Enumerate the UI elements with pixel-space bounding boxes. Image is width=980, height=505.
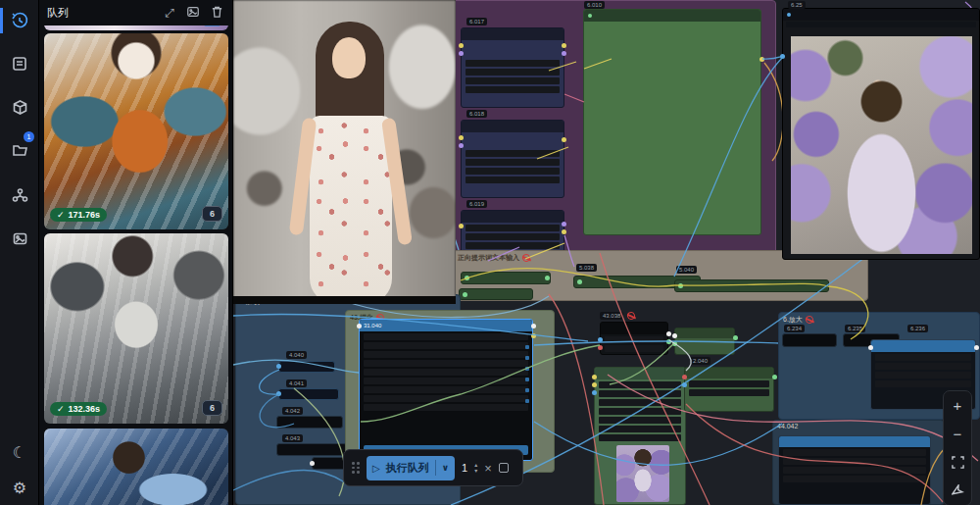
pill-node[interactable]	[278, 361, 335, 373]
queue-item-2[interactable]: ✓ 171.76s 6	[44, 33, 228, 229]
queue-item-3[interactable]: ✓ 132.36s 6	[44, 233, 228, 424]
clear-queue-button[interactable]: ×	[484, 461, 492, 476]
group-title: 6.放大	[783, 315, 803, 325]
settings-button[interactable]: ⚙	[0, 471, 39, 504]
group-title: 正向提示词文本输入	[458, 253, 519, 263]
port[interactable]	[459, 51, 464, 56]
cube-icon	[12, 99, 28, 116]
port[interactable]	[531, 333, 536, 338]
port[interactable]	[682, 375, 687, 379]
execute-toolbar: ▷ 执行队列 ∨ 1 ▴ ▾ ×	[343, 449, 523, 486]
port[interactable]	[310, 461, 315, 466]
pill-node[interactable]	[278, 388, 339, 400]
fit-view-button[interactable]	[943, 448, 972, 477]
port[interactable]	[772, 375, 777, 379]
port[interactable]	[577, 279, 582, 284]
port[interactable]	[545, 276, 550, 280]
select-mode-button[interactable]	[943, 477, 972, 505]
pill-node[interactable]	[276, 443, 347, 456]
port[interactable]	[459, 224, 464, 228]
batch-stepper[interactable]: ▴ ▾	[474, 462, 477, 474]
stop-button[interactable]	[499, 463, 509, 473]
port[interactable]	[666, 331, 671, 336]
node-encode-1[interactable]	[461, 27, 564, 108]
pill-node[interactable]	[782, 333, 837, 347]
pill-node[interactable]	[276, 416, 343, 429]
sidebar-item-folder[interactable]: 1	[0, 133, 39, 167]
port[interactable]	[357, 324, 362, 328]
node-preview-small[interactable]	[594, 367, 686, 505]
bypass-icon	[626, 311, 636, 321]
check-icon: ✓	[57, 404, 65, 414]
port[interactable]	[459, 143, 464, 148]
pill-node[interactable]	[461, 272, 551, 284]
port[interactable]	[733, 335, 738, 340]
figure-face	[332, 37, 366, 78]
node-tag: 6.019	[466, 200, 487, 208]
plus-icon: +	[954, 397, 962, 414]
node-selected[interactable]: 31.040	[359, 319, 533, 461]
pill-node[interactable]	[674, 279, 829, 292]
run-queue-button[interactable]: ▷ 执行队列 ∨	[367, 456, 455, 480]
folder-badge: 1	[24, 131, 34, 142]
theme-toggle[interactable]: ☾	[0, 435, 39, 469]
node-image-preview[interactable]	[782, 8, 980, 260]
port[interactable]	[598, 345, 603, 350]
port[interactable]	[592, 375, 597, 379]
node-green-2[interactable]	[684, 367, 774, 412]
thumbnail-image[interactable]	[616, 445, 669, 502]
gallery-toggle-icon[interactable]	[185, 5, 201, 22]
node-tag: 6.010	[584, 1, 605, 9]
port[interactable]	[459, 43, 464, 48]
port[interactable]	[562, 222, 566, 227]
node-green-small[interactable]	[674, 328, 735, 355]
port[interactable]	[760, 57, 764, 62]
sidebar-item-models[interactable]	[0, 90, 39, 124]
node-tag: 6.017	[466, 18, 487, 25]
port[interactable]	[598, 337, 603, 342]
zoom-out-button[interactable]: −	[943, 420, 972, 448]
preview-image-wisteria[interactable]	[791, 36, 972, 254]
pill-node[interactable]	[459, 288, 533, 300]
sidebar-item-workflows[interactable]	[0, 47, 39, 80]
port[interactable]	[592, 390, 597, 395]
port[interactable]	[666, 339, 671, 344]
port[interactable]	[682, 382, 687, 387]
sidebar-item-queue-history[interactable]	[0, 4, 39, 37]
step-down-icon[interactable]: ▾	[474, 468, 477, 474]
port[interactable]	[459, 135, 464, 140]
queue-item-4[interactable]	[44, 429, 228, 505]
trash-icon[interactable]	[209, 5, 224, 22]
port[interactable]	[531, 324, 536, 328]
drag-handle[interactable]	[352, 462, 360, 474]
zoom-in-button[interactable]: +	[943, 391, 972, 420]
node-sampler-green[interactable]	[583, 9, 761, 235]
port[interactable]	[562, 51, 566, 56]
expand-icon[interactable]: ⤢	[162, 6, 177, 20]
port[interactable]	[672, 341, 677, 346]
port[interactable]	[592, 382, 597, 387]
port[interactable]	[276, 364, 281, 369]
port[interactable]	[562, 229, 566, 234]
node-tag: 5.038	[576, 264, 597, 272]
port[interactable]	[780, 54, 785, 59]
port[interactable]	[678, 283, 683, 288]
chevron-down-icon[interactable]: ∨	[442, 463, 449, 473]
port[interactable]	[276, 391, 281, 396]
port[interactable]	[672, 333, 677, 338]
node-black[interactable]	[600, 322, 668, 355]
expanded-preview-image[interactable]	[233, 0, 456, 304]
port[interactable]	[463, 292, 467, 297]
node-save[interactable]	[778, 435, 931, 505]
node-encode-2[interactable]	[461, 120, 564, 198]
port[interactable]	[868, 345, 873, 350]
port[interactable]	[562, 137, 566, 142]
sidebar-item-gallery[interactable]	[0, 222, 39, 255]
node-tag: 4.040	[286, 351, 307, 359]
batch-count-value[interactable]: 1	[462, 462, 467, 474]
port[interactable]	[562, 43, 566, 48]
port[interactable]	[465, 276, 469, 280]
minus-icon: −	[954, 426, 962, 442]
port[interactable]	[974, 345, 979, 350]
sidebar-item-node-map[interactable]	[0, 178, 39, 212]
